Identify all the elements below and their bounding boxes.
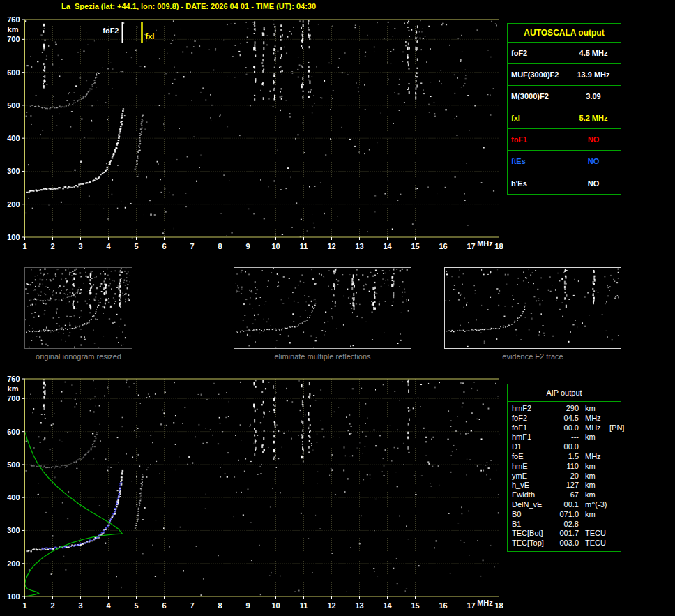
svg-text:400: 400 bbox=[7, 493, 20, 502]
param-value: 1.5 bbox=[552, 452, 579, 462]
param-label: fxI bbox=[508, 107, 566, 128]
param-value: 04.5 bbox=[552, 414, 579, 423]
param-label: ymE bbox=[512, 472, 552, 481]
param-value: 290 bbox=[552, 404, 579, 414]
svg-text:10: 10 bbox=[271, 242, 280, 250]
param-unit: km bbox=[579, 433, 609, 442]
autoscala-window: La_Spezia (lat: +44.1, lon: 009.8) - DAT… bbox=[0, 0, 675, 616]
svg-text:200: 200 bbox=[7, 559, 20, 568]
svg-text:2: 2 bbox=[50, 601, 54, 610]
param-label: Ewidth bbox=[512, 490, 552, 500]
autoscala-row: h'EsNO bbox=[508, 172, 621, 194]
ionogram-plot-svg bbox=[25, 268, 130, 348]
param-unit: TECU bbox=[579, 529, 609, 539]
svg-text:4: 4 bbox=[106, 601, 111, 610]
param-note bbox=[609, 414, 619, 423]
svg-text:15: 15 bbox=[411, 601, 419, 610]
param-unit: km bbox=[579, 462, 609, 472]
svg-text:11: 11 bbox=[300, 601, 308, 610]
aip-row: foE1.5MHz bbox=[508, 452, 621, 462]
svg-text:18: 18 bbox=[494, 601, 503, 610]
param-label: hmF1 bbox=[512, 433, 552, 442]
svg-text:MHz: MHz bbox=[477, 239, 493, 248]
param-value: 127 bbox=[552, 481, 579, 490]
svg-text:MHz: MHz bbox=[477, 599, 493, 607]
param-label: B0 bbox=[512, 510, 552, 520]
param-label: h'Es bbox=[508, 172, 566, 194]
svg-text:fxI: fxI bbox=[146, 32, 155, 40]
svg-text:3: 3 bbox=[78, 601, 82, 610]
autoscala-row: M(3000)F23.09 bbox=[508, 86, 621, 107]
svg-text:300: 300 bbox=[7, 526, 20, 534]
aip-row: hmF2290km bbox=[508, 404, 621, 414]
param-label: foF1 bbox=[508, 129, 566, 150]
autoscala-row: ftEsNO bbox=[508, 151, 621, 172]
param-unit: km bbox=[579, 481, 609, 490]
svg-text:6: 6 bbox=[162, 601, 166, 610]
svg-text:9: 9 bbox=[245, 242, 250, 250]
ionogram-plot-svg: 123456789101112131415161718MHz7607006005… bbox=[0, 375, 509, 616]
param-value: 003.0 bbox=[552, 539, 579, 548]
param-label: MUF(3000)F2 bbox=[508, 64, 566, 85]
aip-table-title: AIP output bbox=[508, 384, 621, 402]
svg-text:7: 7 bbox=[190, 242, 194, 250]
aip-output-table: AIP output hmF2290kmfoF204.5MHzfoF100.0M… bbox=[507, 384, 621, 552]
autoscala-table-rows: foF24.5 MHzMUF(3000)F213.9 MHzM(3000)F23… bbox=[508, 43, 621, 194]
autoscala-row: foF24.5 MHz bbox=[508, 43, 621, 64]
svg-text:500: 500 bbox=[7, 460, 20, 469]
svg-text:5: 5 bbox=[134, 601, 138, 610]
svg-text:13: 13 bbox=[355, 242, 363, 250]
param-unit bbox=[579, 520, 609, 529]
svg-text:10: 10 bbox=[271, 601, 280, 610]
param-label: foE bbox=[512, 452, 552, 462]
svg-text:17: 17 bbox=[467, 242, 475, 250]
svg-text:4: 4 bbox=[106, 242, 111, 250]
param-note bbox=[609, 500, 619, 510]
param-note bbox=[609, 490, 619, 500]
param-note: [PN] bbox=[609, 423, 624, 433]
param-value: 00.0 bbox=[552, 423, 579, 433]
svg-text:700: 700 bbox=[7, 394, 20, 403]
param-label: hmF2 bbox=[512, 404, 552, 414]
aip-row: ymE20km bbox=[508, 472, 621, 481]
param-value: 071.0 bbox=[552, 510, 579, 520]
param-label: M(3000)F2 bbox=[508, 86, 566, 107]
aip-row: foF100.0MHz[PN] bbox=[508, 423, 621, 433]
svg-text:7: 7 bbox=[190, 601, 194, 610]
svg-text:1: 1 bbox=[22, 601, 26, 610]
param-label: hmE bbox=[512, 462, 552, 472]
param-unit bbox=[579, 442, 609, 452]
autoscala-table-title: AUTOSCALA output bbox=[508, 24, 621, 43]
aip-row: TEC[Bot]001.7TECU bbox=[508, 529, 621, 539]
svg-text:600: 600 bbox=[7, 428, 20, 436]
aip-row: B0071.0km bbox=[508, 510, 621, 520]
param-unit: TECU bbox=[579, 539, 609, 548]
svg-text:5: 5 bbox=[134, 242, 138, 250]
svg-text:400: 400 bbox=[7, 134, 20, 142]
param-label: foF2 bbox=[512, 414, 552, 423]
svg-text:16: 16 bbox=[439, 601, 447, 610]
svg-text:18: 18 bbox=[494, 242, 503, 250]
param-unit: km bbox=[579, 404, 609, 414]
svg-text:700: 700 bbox=[7, 35, 20, 43]
param-value: 13.9 MHz bbox=[566, 64, 621, 85]
param-note bbox=[609, 433, 619, 442]
param-unit: km bbox=[579, 490, 609, 500]
svg-text:2: 2 bbox=[50, 242, 54, 250]
svg-text:12: 12 bbox=[327, 601, 335, 610]
svg-text:760: 760 bbox=[7, 15, 20, 24]
param-value: NO bbox=[566, 172, 621, 194]
param-value: 110 bbox=[552, 462, 579, 472]
param-note bbox=[609, 529, 619, 539]
aip-row: h_vE127km bbox=[508, 481, 621, 490]
svg-text:11: 11 bbox=[300, 242, 308, 250]
param-unit: km bbox=[579, 510, 609, 520]
svg-text:8: 8 bbox=[218, 242, 222, 250]
svg-text:1: 1 bbox=[22, 242, 26, 250]
param-value: NO bbox=[566, 129, 621, 150]
ionogram-plot-svg bbox=[445, 268, 619, 348]
param-note bbox=[609, 472, 619, 481]
param-value: 3.09 bbox=[566, 86, 621, 107]
svg-text:100: 100 bbox=[7, 592, 20, 601]
aip-row: D100.0 bbox=[508, 442, 621, 452]
